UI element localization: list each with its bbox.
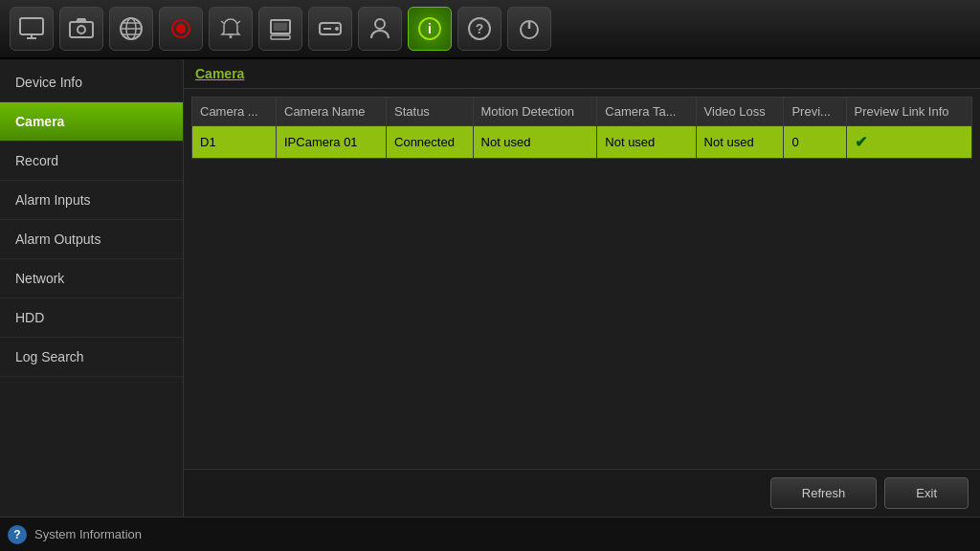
col-status: Status xyxy=(387,98,474,126)
device-icon[interactable] xyxy=(258,7,302,51)
record-icon[interactable] xyxy=(159,7,203,51)
svg-point-21 xyxy=(335,27,339,31)
camera-table: Camera ... Camera Name Status Motion Det… xyxy=(191,97,972,159)
svg-rect-19 xyxy=(271,35,290,39)
col-camera-num: Camera ... xyxy=(192,98,277,126)
refresh-button[interactable]: Refresh xyxy=(770,477,878,509)
sidebar-item-network[interactable]: Network xyxy=(0,259,183,298)
sidebar-item-hdd[interactable]: HDD xyxy=(0,298,183,338)
svg-point-12 xyxy=(176,24,186,33)
svg-point-23 xyxy=(375,19,385,29)
cell-motion-detection: Not used xyxy=(473,126,597,159)
monitor-icon[interactable] xyxy=(10,7,54,51)
cell-status: Connected xyxy=(387,126,474,159)
sidebar-item-log-search[interactable]: Log Search xyxy=(0,338,183,377)
exit-button[interactable]: Exit xyxy=(884,477,969,509)
action-buttons: Refresh Exit xyxy=(184,469,980,517)
camera-icon[interactable] xyxy=(59,7,103,51)
toolbar: i ? xyxy=(0,0,980,59)
col-video-loss: Video Loss xyxy=(696,98,784,126)
sidebar-item-alarm-inputs[interactable]: Alarm Inputs xyxy=(0,181,183,220)
main-layout: Device Info Camera Record Alarm Inputs A… xyxy=(0,59,980,517)
cell-preview-link-info: ✔ xyxy=(846,126,971,159)
col-camera-tamper: Camera Ta... xyxy=(597,98,696,126)
help-icon[interactable]: ? xyxy=(457,7,501,51)
sidebar-item-device-info[interactable]: Device Info xyxy=(0,63,183,102)
network-icon[interactable] xyxy=(109,7,153,51)
svg-rect-0 xyxy=(20,18,43,34)
cell-video-loss: Not used xyxy=(696,126,784,159)
cell-camera-num: D1 xyxy=(192,126,277,159)
bottom-bar: ? System Information xyxy=(0,517,980,551)
col-preview-link-info: Preview Link Info xyxy=(846,98,971,126)
power-icon[interactable] xyxy=(507,7,551,51)
content-header: Camera xyxy=(184,59,980,89)
user-icon[interactable] xyxy=(358,7,402,51)
svg-text:i: i xyxy=(428,21,432,36)
cell-preview: 0 xyxy=(784,126,846,159)
hdd-icon[interactable] xyxy=(308,7,352,51)
cell-camera-name: IPCamera 01 xyxy=(277,126,387,159)
sidebar-item-camera[interactable]: Camera xyxy=(0,102,183,142)
preview-link-checkmark: ✔ xyxy=(855,134,867,150)
svg-marker-5 xyxy=(76,18,87,22)
table-header-row: Camera ... Camera Name Status Motion Det… xyxy=(192,98,972,126)
alarm-icon[interactable] xyxy=(209,7,253,51)
content-title: Camera xyxy=(195,66,244,81)
info-icon[interactable]: i xyxy=(408,7,452,51)
content-area: Camera Camera ... Camera Name Status Mot… xyxy=(184,59,980,517)
col-motion-detection: Motion Detection xyxy=(473,98,597,126)
cell-camera-tamper: Not used xyxy=(597,126,696,159)
svg-point-4 xyxy=(78,26,85,33)
system-info-icon: ? xyxy=(8,525,27,544)
svg-rect-3 xyxy=(70,22,93,37)
table-row[interactable]: D1 IPCamera 01 Connected Not used Not us… xyxy=(192,126,972,159)
sidebar-item-record[interactable]: Record xyxy=(0,142,183,181)
col-camera-name: Camera Name xyxy=(277,98,387,126)
camera-table-area: Camera ... Camera Name Status Motion Det… xyxy=(184,89,980,469)
sidebar-item-alarm-outputs[interactable]: Alarm Outputs xyxy=(0,220,183,259)
sidebar: Device Info Camera Record Alarm Inputs A… xyxy=(0,59,184,517)
col-preview: Previ... xyxy=(784,98,846,126)
system-info-label: System Information xyxy=(34,527,142,541)
svg-rect-18 xyxy=(274,23,287,31)
svg-text:?: ? xyxy=(476,21,484,36)
svg-point-14 xyxy=(230,35,233,38)
